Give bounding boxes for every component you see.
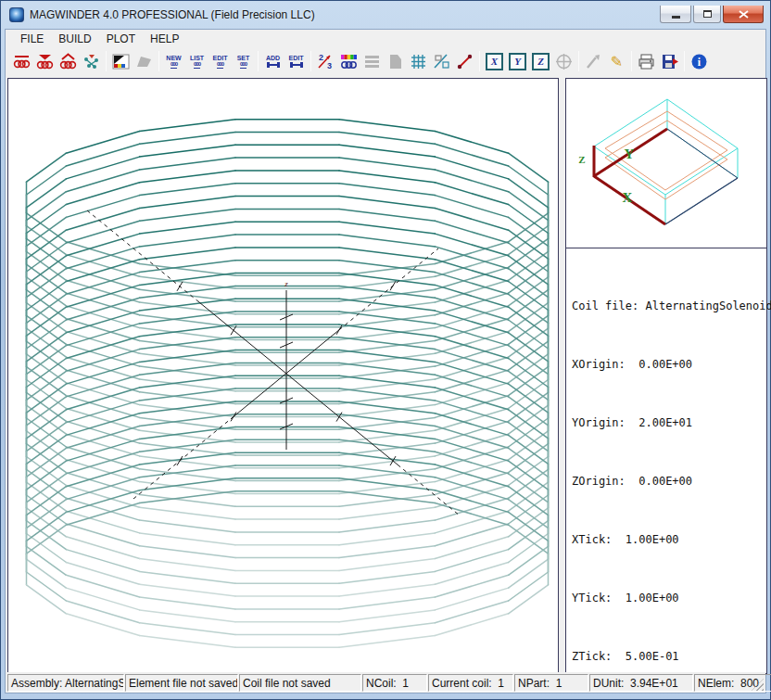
minimize-icon <box>672 16 680 19</box>
axes-lines <box>594 129 667 224</box>
toolbar-separator <box>258 51 259 71</box>
edit-part-icon: EDIT <box>289 55 304 69</box>
view-y-icon: Y <box>509 53 526 70</box>
pencil-icon: ✎ <box>611 53 623 70</box>
list-icon-disabled <box>362 52 382 71</box>
coil-arrow-up-icon <box>58 52 78 71</box>
printer-icon <box>637 52 656 71</box>
svg-text:3: 3 <box>327 61 332 70</box>
toolbar-separator <box>578 51 579 71</box>
color-coils-button[interactable] <box>337 50 360 73</box>
window-controls <box>658 6 764 23</box>
toolbar-separator <box>684 51 685 71</box>
svg-text:z: z <box>284 279 288 288</box>
view-y-button[interactable]: Y <box>506 50 529 73</box>
orientation-box: Y X Z <box>566 79 766 248</box>
menu-build[interactable]: BUILD <box>51 31 98 47</box>
status-ncoil: NCoil: 1 <box>362 674 427 692</box>
title-bar[interactable]: MAGWINDER 4.0 PROFESSIONAL (Field Precis… <box>1 1 770 29</box>
color-coils-icon <box>339 52 359 71</box>
surface-icon-disabled <box>134 52 154 71</box>
edit-coil-icon: EDIT000 <box>213 55 228 69</box>
orientation-view: Y X Z <box>566 79 766 248</box>
add-part-icon: ADD <box>266 55 281 69</box>
clip-plane-button[interactable] <box>430 50 453 73</box>
toolbar-separator <box>310 51 311 71</box>
status-element-file: Element file not saved <box>125 674 238 692</box>
new-coil-icon: NEW000 <box>166 55 181 69</box>
palette-icon <box>111 52 131 71</box>
annotate-button <box>582 50 605 73</box>
info-button[interactable]: i <box>688 50 711 73</box>
window-title: MAGWINDER 4.0 PROFESSIONAL (Field Precis… <box>30 8 315 21</box>
scatter-arrows-icon <box>82 52 101 71</box>
toggle-2d-3d-button[interactable]: 23 <box>314 50 337 73</box>
open-coil-file-button[interactable] <box>10 50 33 73</box>
report-button <box>384 50 407 73</box>
info-panel: Coil file: AlternatingSolenoid XOrigin: … <box>566 248 766 700</box>
z-origin-line: ZOrigin: 0.00E+00 <box>572 472 761 491</box>
brush-icon-disabled <box>584 52 603 71</box>
edit-part-button[interactable]: EDIT <box>284 50 308 73</box>
set-coil-button[interactable]: SET000 <box>232 50 255 73</box>
palette-button[interactable] <box>109 50 133 73</box>
export-coil-button[interactable] <box>57 50 80 73</box>
menu-help[interactable]: HELP <box>143 31 186 47</box>
client-area: FILE BUILD PLOT HELP NEW000 LIST000 EDIT… <box>5 29 766 694</box>
status-current-coil: Current coil: 1 <box>428 674 513 692</box>
crosshair-icon-disabled <box>554 52 574 71</box>
set-coil-icon: SET000 <box>237 55 250 69</box>
grid-toggle-button[interactable] <box>407 50 430 73</box>
list-view-button <box>360 50 384 73</box>
menu-plot[interactable]: PLOT <box>99 31 143 47</box>
print-button[interactable] <box>635 50 658 73</box>
maximize-icon <box>703 10 712 18</box>
minimize-button[interactable] <box>660 6 691 23</box>
status-dunit: DUnit: 3.94E+01 <box>589 674 693 692</box>
y-origin-line: YOrigin: 2.00E+01 <box>572 414 761 433</box>
y-axis-label: Y <box>625 146 635 161</box>
toolbar-separator <box>479 51 480 71</box>
view-z-icon: Z <box>532 53 550 70</box>
close-button[interactable] <box>723 6 764 23</box>
view-z-button[interactable]: Z <box>529 50 552 73</box>
menu-file[interactable]: FILE <box>13 31 51 47</box>
clip-plane-icon <box>432 52 451 71</box>
save-plot-button[interactable] <box>658 50 681 73</box>
svg-text:2: 2 <box>319 53 323 62</box>
status-npart: NPart: 1 <box>514 674 588 692</box>
center-view-button <box>552 50 575 73</box>
side-panel: Y X Z Coil file: AlternatingSolenoid XOr… <box>565 78 767 674</box>
close-icon <box>739 10 749 19</box>
scan-line-button[interactable] <box>453 50 476 73</box>
list-coil-icon: LIST000 <box>190 55 204 69</box>
view-x-button[interactable]: X <box>483 50 506 73</box>
edit-annotation-button[interactable]: ✎ <box>605 50 628 73</box>
status-coil-file: Coil file not saved <box>239 674 361 692</box>
box-front-edge <box>665 178 738 224</box>
parts-tree-button[interactable] <box>80 50 103 73</box>
list-coil-button[interactable]: LIST000 <box>185 50 209 73</box>
x-tick-line: XTick: 1.00E+00 <box>572 530 761 550</box>
app-icon <box>9 7 24 22</box>
main-content: z <box>6 74 765 672</box>
surface-plot-button <box>133 50 156 73</box>
maximize-button[interactable] <box>693 6 721 23</box>
plot-canvas: z <box>7 78 559 674</box>
coil-triangle-icon <box>35 52 55 71</box>
y-tick-line: YTick: 1.00E+00 <box>572 589 761 608</box>
coil-bar-icon <box>12 52 32 71</box>
edit-coil-button[interactable]: EDIT000 <box>209 50 232 73</box>
x-axis-label: X <box>623 190 633 205</box>
toolbar-separator <box>631 51 632 71</box>
menu-bar: FILE BUILD PLOT HELP <box>6 30 765 48</box>
import-coil-button[interactable] <box>33 50 57 73</box>
new-coil-button[interactable]: NEW000 <box>162 50 185 73</box>
app-window: MAGWINDER 4.0 PROFESSIONAL (Field Precis… <box>0 0 771 700</box>
toolbar-separator <box>158 51 159 71</box>
add-part-button[interactable]: ADD <box>261 50 284 73</box>
view-x-icon: X <box>486 53 503 70</box>
status-bar: Assembly: AlternatingS Element file not … <box>6 672 765 693</box>
coil-file-line: Coil file: AlternatingSolenoid <box>572 297 761 316</box>
z-axis-label: Z <box>578 154 585 165</box>
